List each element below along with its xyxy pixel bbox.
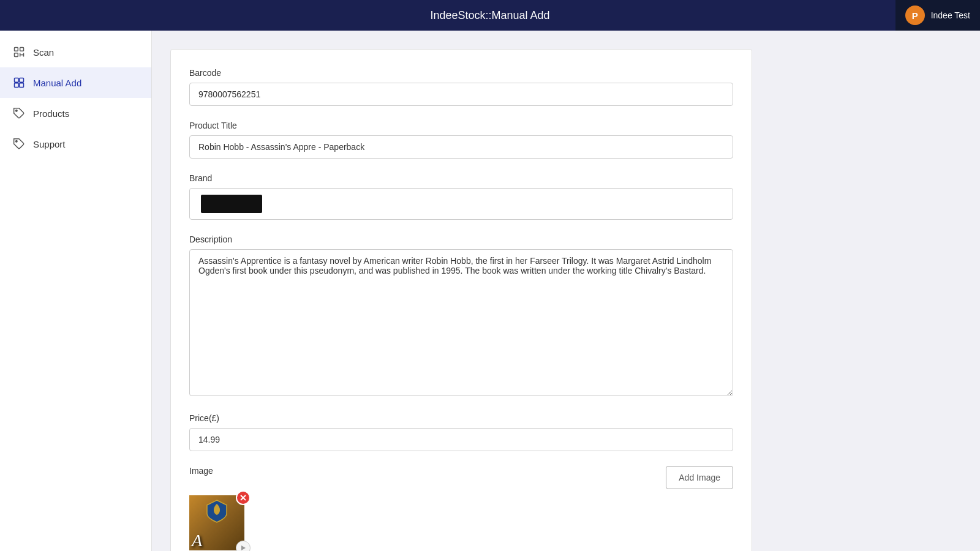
brand-group: Brand — [189, 173, 733, 220]
image-group: Image Add Image A — [189, 466, 733, 550]
sidebar-item-support-label: Support — [33, 139, 66, 149]
tag-icon — [12, 107, 26, 120]
barcode-input[interactable] — [189, 83, 733, 106]
barcode-label: Barcode — [189, 68, 733, 78]
svg-marker-14 — [241, 545, 246, 550]
remove-image-button[interactable] — [236, 490, 251, 505]
sidebar-item-scan[interactable]: Scan — [0, 37, 151, 67]
sidebar-item-products[interactable]: Products — [0, 98, 151, 129]
user-menu[interactable]: P Indee Test — [895, 0, 980, 31]
book-cover-letter: A — [192, 531, 202, 550]
brand-field-container[interactable] — [189, 188, 733, 220]
page-title: IndeeStock::Manual Add — [430, 9, 549, 22]
brand-color-swatch — [201, 195, 262, 213]
image-thumb-container: A — [189, 495, 263, 550]
barcode-group: Barcode — [189, 68, 733, 106]
svg-rect-2 — [15, 53, 18, 57]
image-section-header: Image Add Image — [189, 466, 733, 489]
book-cover-thumb: A — [189, 495, 244, 550]
add-image-button[interactable]: Add Image — [666, 466, 733, 489]
sidebar-item-support[interactable]: Support — [0, 129, 151, 159]
description-group: Description Assassin's Apprentice is a f… — [189, 234, 733, 399]
play-button[interactable] — [236, 541, 251, 551]
product-title-group: Product Title — [189, 121, 733, 159]
product-title-label: Product Title — [189, 121, 733, 130]
price-input[interactable] — [189, 428, 733, 451]
description-label: Description — [189, 234, 733, 244]
book-cover-ornament — [205, 499, 229, 523]
support-icon — [12, 137, 26, 151]
svg-rect-1 — [20, 48, 24, 51]
avatar: P — [905, 6, 925, 25]
image-label: Image — [189, 466, 213, 476]
form-card: Barcode Product Title Brand Description … — [170, 49, 752, 551]
scan-icon — [12, 45, 26, 59]
description-textarea[interactable]: Assassin's Apprentice is a fantasy novel… — [189, 249, 733, 396]
svg-point-10 — [16, 110, 18, 112]
app-header: IndeeStock::Manual Add P Indee Test — [0, 0, 980, 31]
svg-rect-7 — [20, 78, 24, 83]
price-group: Price(£) — [189, 413, 733, 451]
price-label: Price(£) — [189, 413, 733, 423]
sidebar-item-scan-label: Scan — [33, 47, 54, 58]
svg-rect-9 — [20, 83, 24, 88]
svg-rect-8 — [15, 83, 19, 88]
brand-label: Brand — [189, 173, 733, 183]
user-name: Indee Test — [931, 10, 970, 20]
product-title-input[interactable] — [189, 135, 733, 159]
svg-rect-6 — [15, 78, 19, 83]
grid-icon — [12, 76, 26, 89]
image-area: A — [189, 495, 733, 550]
content-area: Barcode Product Title Brand Description … — [152, 31, 980, 551]
svg-point-11 — [16, 141, 18, 143]
sidebar-item-manual-add-label: Manual Add — [33, 78, 81, 88]
main-layout: Scan Manual Add Products — [0, 31, 980, 551]
sidebar: Scan Manual Add Products — [0, 31, 152, 551]
sidebar-item-products-label: Products — [33, 108, 69, 119]
sidebar-item-manual-add[interactable]: Manual Add — [0, 67, 151, 98]
svg-rect-0 — [15, 48, 18, 51]
